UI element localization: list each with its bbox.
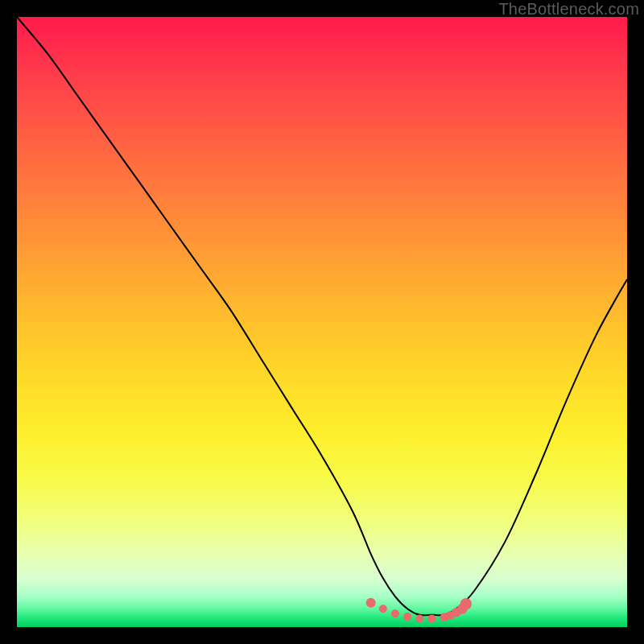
bottleneck-chart [17, 17, 627, 627]
chart-frame [17, 17, 627, 627]
bottleneck-curve [17, 17, 627, 615]
optimal-marker [366, 598, 376, 608]
optimal-marker [403, 613, 411, 621]
optimal-marker [391, 609, 399, 617]
optimal-marker [460, 598, 472, 609]
optimal-marker [379, 605, 387, 613]
watermark-text: TheBottleneck.com [498, 0, 639, 19]
optimal-marker [427, 614, 436, 622]
optimal-marker [415, 614, 423, 622]
optimal-range-markers [366, 598, 472, 623]
